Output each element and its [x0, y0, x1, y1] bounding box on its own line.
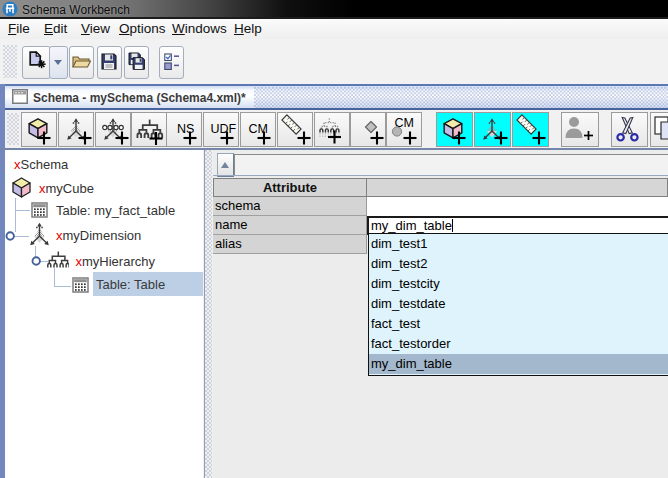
svg-text:UDF: UDF: [211, 122, 237, 136]
svg-text:NS: NS: [177, 122, 194, 136]
